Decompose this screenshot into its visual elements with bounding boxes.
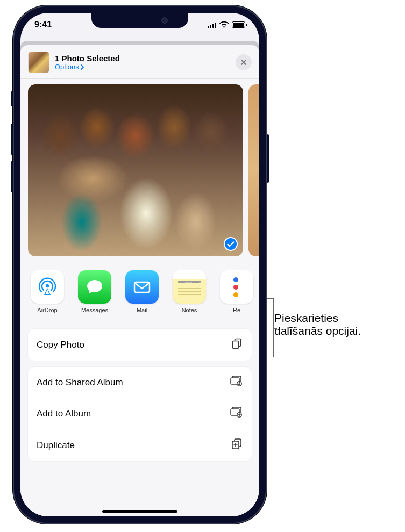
volume-down-button[interactable] xyxy=(11,161,13,192)
share-app-messages[interactable]: Messages xyxy=(71,270,118,313)
volume-up-button[interactable] xyxy=(11,124,13,155)
selection-thumbnail[interactable] xyxy=(28,52,49,73)
power-button[interactable] xyxy=(267,134,269,183)
duplicate-icon xyxy=(230,437,243,453)
airdrop-icon xyxy=(31,270,64,304)
next-photo-peek[interactable] xyxy=(248,84,259,256)
callout-bracket xyxy=(267,298,274,357)
share-app-reminders[interactable]: Re xyxy=(213,270,259,313)
close-button[interactable] xyxy=(236,54,252,70)
battery-icon xyxy=(232,21,245,28)
wifi-icon xyxy=(219,21,229,28)
selected-photo[interactable] xyxy=(28,84,243,256)
action-label: Add to Shared Album xyxy=(37,377,123,388)
actions-list: Copy Photo Add to Shared Album A xyxy=(20,322,259,461)
mail-icon xyxy=(125,270,159,304)
status-time: 9:41 xyxy=(34,20,52,30)
photo-carousel[interactable] xyxy=(20,79,259,261)
action-add-album[interactable]: Add to Album xyxy=(28,398,252,429)
action-label: Add to Album xyxy=(37,408,91,419)
app-label: Mail xyxy=(118,307,166,313)
chevron-right-icon xyxy=(81,64,84,70)
reminders-icon xyxy=(220,270,253,304)
callout-line: Pieskarieties xyxy=(274,312,361,325)
callout-line: dalīšanās opcijai. xyxy=(274,325,361,337)
action-label: Copy Photo xyxy=(37,340,84,350)
close-icon xyxy=(240,59,247,66)
share-apps-row[interactable]: AirDrop Messages Mail Notes xyxy=(20,261,259,322)
svg-rect-1 xyxy=(134,282,150,292)
sheet-title: 1 Photo Selected xyxy=(55,54,236,63)
mute-switch[interactable] xyxy=(11,91,13,106)
notch xyxy=(91,13,188,28)
svg-point-0 xyxy=(46,284,49,287)
phone-frame: 9:41 1 Photo Selected Options xyxy=(13,5,267,524)
options-label: Options xyxy=(55,63,79,71)
checkmark-icon xyxy=(227,241,235,247)
action-add-shared-album[interactable]: Add to Shared Album xyxy=(28,367,252,398)
app-label: AirDrop xyxy=(24,307,71,313)
app-label: Notes xyxy=(166,307,213,313)
action-duplicate[interactable]: Duplicate xyxy=(28,429,252,461)
share-app-airdrop[interactable]: AirDrop xyxy=(24,270,71,313)
action-copy-photo[interactable]: Copy Photo xyxy=(28,329,252,361)
app-label: Re xyxy=(213,307,259,313)
copy-icon xyxy=(230,337,243,353)
sheet-header: 1 Photo Selected Options xyxy=(20,45,259,79)
cellular-signal-icon xyxy=(208,21,217,28)
svg-rect-3 xyxy=(233,341,239,349)
notes-icon xyxy=(173,270,206,304)
status-indicators xyxy=(208,21,246,28)
home-indicator[interactable] xyxy=(102,510,177,513)
selected-checkmark-badge[interactable] xyxy=(224,237,238,251)
app-label: Messages xyxy=(71,307,118,313)
options-link[interactable]: Options xyxy=(55,63,236,71)
share-app-mail[interactable]: Mail xyxy=(118,270,166,313)
share-app-notes[interactable]: Notes xyxy=(166,270,213,313)
messages-icon xyxy=(78,270,111,304)
svg-point-7 xyxy=(239,382,240,384)
share-sheet: 1 Photo Selected Options xyxy=(20,45,259,516)
screen: 9:41 1 Photo Selected Options xyxy=(20,13,259,516)
callout-text: Pieskarieties dalīšanās opcijai. xyxy=(274,312,361,337)
action-label: Duplicate xyxy=(37,440,75,451)
shared-album-icon xyxy=(229,375,243,390)
add-album-icon xyxy=(229,406,243,421)
